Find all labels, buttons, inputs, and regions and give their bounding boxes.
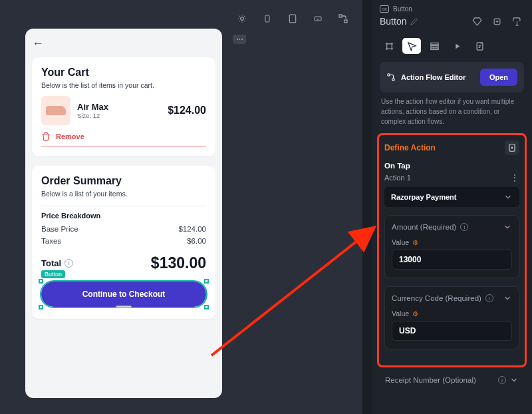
tab-actions[interactable]: [402, 38, 421, 54]
svg-rect-1: [265, 15, 269, 22]
amount-input[interactable]: [392, 250, 512, 270]
svg-rect-7: [430, 43, 438, 45]
tab-backend[interactable]: [425, 38, 444, 54]
total-value: $130.00: [151, 254, 206, 272]
receipt-label: Receipt Number (Optional): [385, 376, 476, 384]
product-name: Air Max: [77, 102, 161, 112]
edit-icon: [410, 18, 418, 25]
breakdown-label: Price Breakdown: [41, 212, 206, 220]
remove-button[interactable]: Remove: [41, 132, 206, 141]
checkout-button[interactable]: Continue to Checkout: [41, 282, 206, 307]
product-thumbnail: [41, 96, 70, 125]
button-type-icon: OK: [380, 5, 389, 13]
zoom-handle[interactable]: [233, 35, 246, 44]
svg-rect-8: [430, 45, 438, 47]
device-phone-button[interactable]: [258, 9, 277, 28]
flow-icon: [386, 73, 396, 82]
remove-label: Remove: [56, 132, 84, 140]
trigger-label: On Tap: [384, 162, 519, 170]
summary-subtitle: Below is a list of your items.: [41, 190, 206, 198]
svg-rect-2: [289, 15, 295, 23]
currency-field-group: Currency Code (Required) i Value ⚙: [384, 286, 519, 349]
svg-rect-3: [315, 17, 321, 21]
svg-point-12: [392, 79, 395, 81]
chevron-down-icon: [503, 192, 513, 202]
selection-tag: Button: [41, 270, 65, 278]
svg-point-0: [241, 17, 244, 21]
info-icon[interactable]: i: [498, 376, 506, 384]
svg-point-11: [388, 74, 390, 77]
cart-subtitle: Below is the list of items in your cart.: [41, 81, 206, 89]
tab-design[interactable]: [380, 38, 398, 54]
action-type-select[interactable]: Razorpay Payment: [384, 187, 519, 207]
chevron-down-icon[interactable]: [503, 294, 512, 303]
info-icon[interactable]: i: [485, 294, 493, 302]
amount-field-group: Amount (Required) i Value ⚙: [384, 215, 519, 278]
variable-icon[interactable]: ⚙: [412, 239, 418, 246]
widget-type: OK Button: [380, 5, 524, 13]
svg-rect-9: [430, 48, 438, 50]
tab-animations[interactable]: [448, 38, 466, 54]
info-icon[interactable]: i: [460, 223, 468, 231]
product-size: Size: 12: [77, 112, 161, 119]
paint-icon[interactable]: [509, 14, 524, 29]
device-tablet-button[interactable]: [283, 9, 302, 28]
info-icon[interactable]: i: [65, 259, 73, 268]
cart-title: Your Cart: [41, 67, 206, 79]
widget-name[interactable]: Button: [380, 16, 418, 27]
chevron-down-icon[interactable]: [503, 222, 512, 232]
afe-description: Use the action flow editor if you want m…: [381, 97, 523, 126]
add-action-button[interactable]: [505, 140, 519, 155]
action-menu-icon[interactable]: ⋮: [510, 172, 519, 183]
divider: [41, 146, 206, 147]
product-price: $124.00: [168, 104, 206, 116]
price-row: Base Price $124.00: [41, 225, 206, 233]
design-canvas: ← Your Cart Below is the list of items i…: [0, 0, 362, 414]
svg-rect-5: [344, 20, 347, 23]
tab-docs[interactable]: [470, 38, 489, 54]
variable-icon[interactable]: ⚙: [412, 310, 418, 317]
resize-handle[interactable]: [116, 306, 132, 308]
chevron-down-icon[interactable]: [509, 375, 519, 385]
svg-rect-4: [339, 15, 342, 17]
cart-card: Your Cart Below is the list of items in …: [32, 57, 215, 156]
flow-button[interactable]: [334, 9, 352, 28]
define-action-label: Define Action: [384, 143, 436, 152]
phone-preview: ← Your Cart Below is the list of items i…: [25, 29, 222, 398]
keyboard-button[interactable]: [309, 9, 327, 28]
action-flow-editor-card: Action Flow Editor Open: [380, 62, 524, 93]
canvas-toolbar: [233, 9, 352, 28]
back-arrow-icon[interactable]: ←: [32, 37, 44, 50]
cart-item: Air Max Size: 12 $124.00: [41, 96, 206, 125]
theme-toggle-button[interactable]: [233, 9, 251, 28]
inspector-tabs: [372, 34, 532, 58]
copy-plus-icon[interactable]: [489, 14, 504, 29]
action-index: Action 1: [384, 174, 411, 182]
summary-title: Order Summary: [41, 175, 206, 187]
afe-open-button[interactable]: Open: [480, 69, 517, 86]
diamond-icon[interactable]: [469, 14, 484, 29]
trash-icon: [41, 132, 51, 141]
total-row: Total i $130.00: [41, 254, 206, 272]
tax-row: Taxes $6.00: [41, 237, 206, 245]
summary-card: Order Summary Below is a list of your it…: [32, 166, 215, 319]
currency-input[interactable]: [392, 321, 512, 341]
afe-title: Action Flow Editor: [401, 73, 466, 81]
define-action-section: Define Action On Tap Action 1 ⋮ Razorpay…: [377, 133, 527, 367]
inspector-panel: OK Button Button: [372, 0, 532, 414]
